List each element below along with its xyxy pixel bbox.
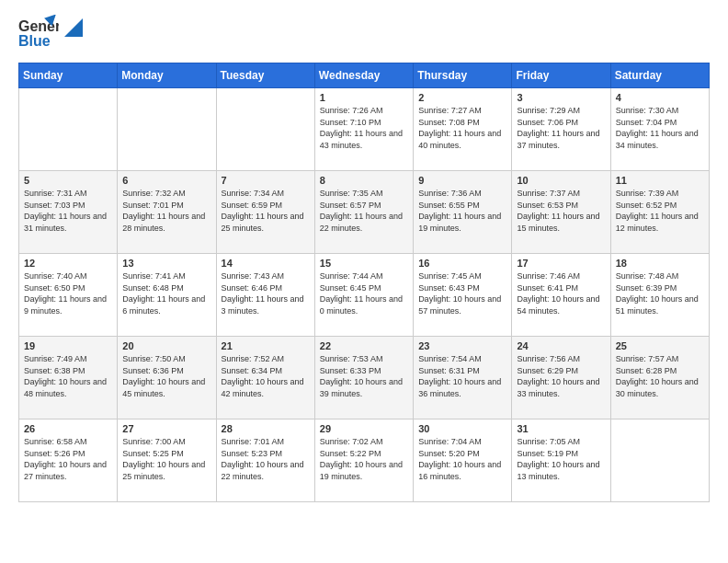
- day-number: 4: [616, 92, 704, 103]
- svg-marker-3: [64, 18, 83, 37]
- calendar-table: SundayMondayTuesdayWednesdayThursdayFrid…: [18, 63, 710, 502]
- day-number: 21: [222, 340, 310, 351]
- day-info: Sunrise: 7:30 AMSunset: 7:04 PMDaylight:…: [616, 105, 704, 151]
- day-info: Sunrise: 7:48 AMSunset: 6:39 PMDaylight:…: [616, 270, 704, 316]
- day-info: Sunrise: 7:27 AMSunset: 7:08 PMDaylight:…: [418, 105, 506, 151]
- day-info: Sunrise: 7:39 AMSunset: 6:52 PMDaylight:…: [616, 188, 704, 234]
- logo-icon: General Blue: [18, 15, 59, 52]
- day-info: Sunrise: 7:01 AMSunset: 5:23 PMDaylight:…: [222, 436, 310, 482]
- weekday-header-wednesday: Wednesday: [314, 63, 413, 88]
- day-cell: 31Sunrise: 7:05 AMSunset: 5:19 PMDayligh…: [512, 419, 610, 502]
- day-cell: 21Sunrise: 7:52 AMSunset: 6:34 PMDayligh…: [216, 337, 314, 419]
- day-cell: 27Sunrise: 7:00 AMSunset: 5:25 PMDayligh…: [118, 419, 216, 502]
- day-cell: 28Sunrise: 7:01 AMSunset: 5:23 PMDayligh…: [216, 419, 314, 502]
- day-info: Sunrise: 7:56 AMSunset: 6:29 PMDaylight:…: [517, 353, 605, 399]
- day-number: 7: [222, 175, 310, 186]
- day-cell: 19Sunrise: 7:49 AMSunset: 6:38 PMDayligh…: [19, 337, 118, 419]
- day-number: 19: [24, 340, 112, 351]
- day-number: 8: [320, 175, 408, 186]
- day-number: 10: [517, 175, 605, 186]
- day-info: Sunrise: 7:02 AMSunset: 5:22 PMDaylight:…: [320, 436, 408, 482]
- day-cell: 1Sunrise: 7:26 AMSunset: 7:10 PMDaylight…: [314, 88, 413, 171]
- day-cell: 11Sunrise: 7:39 AMSunset: 6:52 PMDayligh…: [610, 171, 709, 254]
- day-info: Sunrise: 7:35 AMSunset: 6:57 PMDaylight:…: [320, 188, 408, 234]
- day-cell: [610, 419, 709, 502]
- day-info: Sunrise: 7:50 AMSunset: 6:36 PMDaylight:…: [122, 353, 210, 399]
- day-number: 5: [24, 175, 112, 186]
- day-cell: [216, 88, 314, 171]
- day-info: Sunrise: 7:44 AMSunset: 6:45 PMDaylight:…: [320, 270, 408, 316]
- day-cell: 14Sunrise: 7:43 AMSunset: 6:46 PMDayligh…: [216, 254, 314, 337]
- day-cell: 12Sunrise: 7:40 AMSunset: 6:50 PMDayligh…: [19, 254, 118, 337]
- day-number: 6: [122, 175, 210, 186]
- day-number: 22: [320, 340, 408, 351]
- week-row-1: 1Sunrise: 7:26 AMSunset: 7:10 PMDaylight…: [19, 88, 710, 171]
- day-cell: 18Sunrise: 7:48 AMSunset: 6:39 PMDayligh…: [610, 254, 709, 337]
- day-info: Sunrise: 6:58 AMSunset: 5:26 PMDaylight:…: [24, 436, 112, 482]
- day-number: 1: [320, 92, 408, 103]
- day-cell: 30Sunrise: 7:04 AMSunset: 5:20 PMDayligh…: [414, 419, 512, 502]
- day-info: Sunrise: 7:36 AMSunset: 6:55 PMDaylight:…: [418, 188, 506, 234]
- day-cell: 4Sunrise: 7:30 AMSunset: 7:04 PMDaylight…: [610, 88, 709, 171]
- day-number: 13: [122, 258, 210, 269]
- day-cell: 13Sunrise: 7:41 AMSunset: 6:48 PMDayligh…: [118, 254, 216, 337]
- day-cell: 16Sunrise: 7:45 AMSunset: 6:43 PMDayligh…: [414, 254, 512, 337]
- header: General Blue: [18, 15, 710, 52]
- day-number: 24: [517, 340, 605, 351]
- week-row-4: 19Sunrise: 7:49 AMSunset: 6:38 PMDayligh…: [19, 337, 710, 419]
- week-row-2: 5Sunrise: 7:31 AMSunset: 7:03 PMDaylight…: [19, 171, 710, 254]
- day-cell: 17Sunrise: 7:46 AMSunset: 6:41 PMDayligh…: [512, 254, 610, 337]
- day-cell: 2Sunrise: 7:27 AMSunset: 7:08 PMDaylight…: [414, 88, 512, 171]
- day-info: Sunrise: 7:26 AMSunset: 7:10 PMDaylight:…: [320, 105, 408, 151]
- day-cell: 9Sunrise: 7:36 AMSunset: 6:55 PMDaylight…: [414, 171, 512, 254]
- weekday-header-tuesday: Tuesday: [216, 63, 314, 88]
- day-number: 17: [517, 258, 605, 269]
- day-cell: [19, 88, 118, 171]
- day-number: 29: [320, 423, 408, 434]
- day-cell: 15Sunrise: 7:44 AMSunset: 6:45 PMDayligh…: [314, 254, 413, 337]
- day-info: Sunrise: 7:40 AMSunset: 6:50 PMDaylight:…: [24, 270, 112, 316]
- day-cell: 3Sunrise: 7:29 AMSunset: 7:06 PMDaylight…: [512, 88, 610, 171]
- svg-text:Blue: Blue: [18, 33, 51, 49]
- weekday-header-friday: Friday: [512, 63, 610, 88]
- day-number: 25: [616, 340, 704, 351]
- day-info: Sunrise: 7:31 AMSunset: 7:03 PMDaylight:…: [24, 188, 112, 234]
- day-info: Sunrise: 7:52 AMSunset: 6:34 PMDaylight:…: [222, 353, 310, 399]
- day-number: 2: [418, 92, 506, 103]
- day-info: Sunrise: 7:43 AMSunset: 6:46 PMDaylight:…: [222, 270, 310, 316]
- day-info: Sunrise: 7:29 AMSunset: 7:06 PMDaylight:…: [517, 105, 605, 151]
- day-number: 31: [517, 423, 605, 434]
- weekday-header-row: SundayMondayTuesdayWednesdayThursdayFrid…: [19, 63, 710, 88]
- day-number: 16: [418, 258, 506, 269]
- day-info: Sunrise: 7:41 AMSunset: 6:48 PMDaylight:…: [122, 270, 210, 316]
- day-cell: 29Sunrise: 7:02 AMSunset: 5:22 PMDayligh…: [314, 419, 413, 502]
- day-cell: 24Sunrise: 7:56 AMSunset: 6:29 PMDayligh…: [512, 337, 610, 419]
- day-number: 18: [616, 258, 704, 269]
- day-number: 12: [24, 258, 112, 269]
- day-info: Sunrise: 7:00 AMSunset: 5:25 PMDaylight:…: [122, 436, 210, 482]
- weekday-header-sunday: Sunday: [19, 63, 118, 88]
- day-cell: [118, 88, 216, 171]
- calendar-container: General Blue SundayMondayTuesda: [0, 0, 728, 521]
- day-info: Sunrise: 7:57 AMSunset: 6:28 PMDaylight:…: [616, 353, 704, 399]
- day-number: 27: [122, 423, 210, 434]
- day-info: Sunrise: 7:54 AMSunset: 6:31 PMDaylight:…: [418, 353, 506, 399]
- day-cell: 20Sunrise: 7:50 AMSunset: 6:36 PMDayligh…: [118, 337, 216, 419]
- day-number: 30: [418, 423, 506, 434]
- day-number: 15: [320, 258, 408, 269]
- day-number: 20: [122, 340, 210, 351]
- day-cell: 10Sunrise: 7:37 AMSunset: 6:53 PMDayligh…: [512, 171, 610, 254]
- day-number: 26: [24, 423, 112, 434]
- day-info: Sunrise: 7:05 AMSunset: 5:19 PMDaylight:…: [517, 436, 605, 482]
- day-info: Sunrise: 7:53 AMSunset: 6:33 PMDaylight:…: [320, 353, 408, 399]
- weekday-header-saturday: Saturday: [610, 63, 709, 88]
- day-number: 11: [616, 175, 704, 186]
- day-cell: 25Sunrise: 7:57 AMSunset: 6:28 PMDayligh…: [610, 337, 709, 419]
- day-info: Sunrise: 7:34 AMSunset: 6:59 PMDaylight:…: [222, 188, 310, 234]
- day-info: Sunrise: 7:37 AMSunset: 6:53 PMDaylight:…: [517, 188, 605, 234]
- day-cell: 8Sunrise: 7:35 AMSunset: 6:57 PMDaylight…: [314, 171, 413, 254]
- day-cell: 22Sunrise: 7:53 AMSunset: 6:33 PMDayligh…: [314, 337, 413, 419]
- day-number: 9: [418, 175, 506, 186]
- day-cell: 26Sunrise: 6:58 AMSunset: 5:26 PMDayligh…: [19, 419, 118, 502]
- day-info: Sunrise: 7:45 AMSunset: 6:43 PMDaylight:…: [418, 270, 506, 316]
